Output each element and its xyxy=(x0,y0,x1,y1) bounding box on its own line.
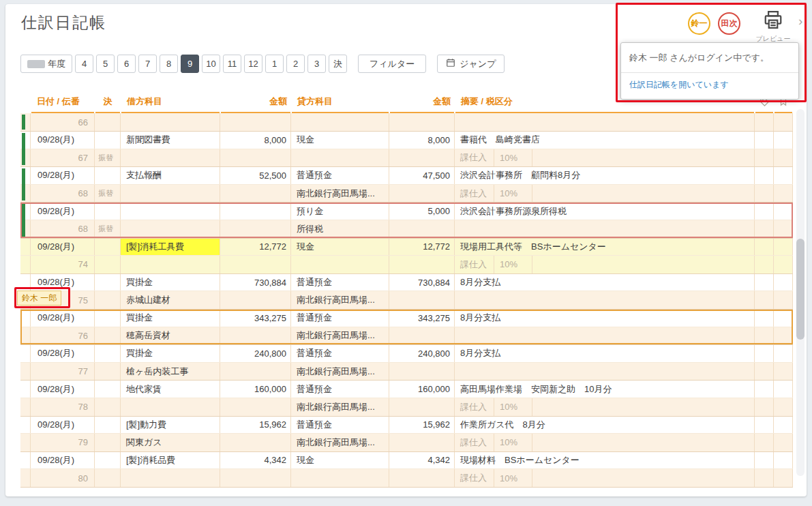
entry-marker-cell xyxy=(20,203,31,220)
journal-entry[interactable]: 09/28(月) [製]動力費 15,962 普通預金 15,962 作業所ガス… xyxy=(20,417,793,452)
credit-sub-account xyxy=(291,256,389,273)
jump-button[interactable]: ジャンプ xyxy=(437,55,505,73)
col-header-credit-account[interactable]: 貸方科目 xyxy=(291,90,389,113)
fiscal-year-button[interactable]: 年度 xyxy=(20,55,72,73)
tax-class: 課仕入 xyxy=(455,149,494,167)
debit-amount: 52,500 xyxy=(220,167,291,184)
month-button-7[interactable]: 7 xyxy=(138,55,157,73)
entry-summary: 渋沢会計事務所源泉所得税 xyxy=(455,203,755,220)
journal-entry[interactable]: 09/28(月) 買掛金 343,275 普通預金 343,275 8月分支払 … xyxy=(20,310,793,345)
credit-account: 普通預金 xyxy=(291,167,389,184)
journal-entry[interactable]: 09/28(月) [製]消耗品費 4,342 現金 4,342 現場材料 BSホ… xyxy=(20,452,793,488)
avatar-user-2[interactable]: 田次 xyxy=(718,12,740,35)
col-header-settle[interactable]: 決 xyxy=(95,90,121,113)
entry-summary: 現場用工具代等 BSホームセンター xyxy=(455,239,755,256)
tax-class: 課仕入 xyxy=(455,185,494,203)
entry-date: 09/28(月) xyxy=(31,239,95,256)
month-button-9[interactable]: 9 xyxy=(181,55,199,73)
credit-sub-account: 南北銀行高田馬場... xyxy=(291,327,389,345)
month-button-4[interactable]: 4 xyxy=(75,55,93,73)
entry-number: 77 xyxy=(31,363,95,381)
month-button-11[interactable]: 11 xyxy=(223,55,241,73)
chevron-right-icon[interactable]: › xyxy=(798,14,802,29)
credit-amount: 4,342 xyxy=(389,452,455,469)
entry-summary: 現場材料 BSホームセンター xyxy=(455,452,755,469)
entry-number: 68 xyxy=(31,220,95,238)
month-button-5[interactable]: 5 xyxy=(96,55,115,73)
col-header-debit-account[interactable]: 借方科目 xyxy=(121,90,220,113)
credit-sub-account: 南北銀行高田馬場... xyxy=(291,434,389,451)
journal-entry[interactable]: 09/28(月) 預り金 5,000 渋沢会計事務所源泉所得税 68 振替 所得… xyxy=(20,203,793,238)
col-header-debit-amount[interactable]: 金額 xyxy=(220,90,291,113)
credit-amount: 343,275 xyxy=(389,310,455,327)
concurrent-editor-badge: 鈴木 一郎 xyxy=(17,291,61,306)
entry-marker-cell xyxy=(20,132,31,149)
col-header-credit-amount[interactable]: 金額 xyxy=(389,90,455,113)
header-lead-cell xyxy=(20,90,31,113)
entry-marker-cell xyxy=(20,452,31,469)
journal-entry[interactable]: 09/28(月) 地代家賃 160,000 普通預金 160,000 高田馬場作… xyxy=(20,381,793,416)
entry-date: 09/28(月) xyxy=(31,132,95,149)
journal-entry[interactable]: 09/28(月) 買掛金 730,884 普通預金 730,884 8月分支払 … xyxy=(20,274,793,310)
open-journal-link[interactable]: 仕訳日記帳を開いています xyxy=(621,73,798,99)
month-button-10[interactable]: 10 xyxy=(202,55,220,73)
tax-class xyxy=(455,363,494,381)
credit-amount: 47,500 xyxy=(389,167,455,184)
tax-class xyxy=(455,291,494,309)
credit-account: 普通預金 xyxy=(291,310,389,327)
tax-rate: 10% xyxy=(494,434,532,451)
journal-entry[interactable]: 09/28(月) 買掛金 240,800 普通預金 240,800 8月分支払 … xyxy=(20,345,793,381)
tax-class: 課仕入 xyxy=(455,398,494,416)
entry-number: 79 xyxy=(31,434,95,451)
credit-sub-account: 南北銀行高田馬場... xyxy=(291,398,389,416)
credit-sub-account xyxy=(291,149,389,167)
credit-amount: 8,000 xyxy=(389,132,455,149)
month-button-6[interactable]: 6 xyxy=(117,55,136,73)
entry-settle-type: 振替 xyxy=(98,224,113,234)
vertical-scrollbar[interactable] xyxy=(796,109,805,476)
tax-class: 課仕入 xyxy=(455,256,494,273)
credit-sub-account: 南北銀行高田馬場... xyxy=(291,291,389,309)
entry-summary: 8月分支払 xyxy=(455,345,755,362)
journal-entry[interactable]: 09/28(月) 支払報酬 52,500 普通預金 47,500 渋沢会計事務所… xyxy=(20,167,793,203)
avatar-user-1[interactable]: 鈴一 xyxy=(688,12,710,35)
credit-sub-account xyxy=(291,469,389,487)
credit-amount: 5,000 xyxy=(389,203,455,220)
debit-amount: 730,884 xyxy=(220,274,291,291)
debit-amount xyxy=(220,203,291,220)
month-button-1[interactable]: 1 xyxy=(265,55,284,73)
debit-account: [製]消耗品費 xyxy=(121,452,220,469)
filter-button[interactable]: フィルター xyxy=(358,55,426,73)
debit-amount: 15,962 xyxy=(220,417,291,434)
debit-account xyxy=(121,203,220,220)
credit-sub-account: 南北銀行高田馬場... xyxy=(291,363,389,381)
month-button-12[interactable]: 12 xyxy=(244,55,262,73)
journal-entry[interactable]: 09/28(月) [製]消耗工具費 12,772 現金 12,772 現場用工具… xyxy=(20,239,793,274)
entry-marker-cell xyxy=(20,167,31,184)
month-button-3[interactable]: 3 xyxy=(307,55,326,73)
month-button-決[interactable]: 決 xyxy=(329,55,347,73)
col-header-date[interactable]: 日付 / 伝番 xyxy=(31,90,95,113)
journal-entry[interactable]: 09/28(月) 新聞図書費 8,000 現金 8,000 書籍代 島崎党書店 … xyxy=(20,132,793,167)
entry-number: 74 xyxy=(31,256,95,273)
month-button-2[interactable]: 2 xyxy=(286,55,305,73)
credit-account: 現金 xyxy=(291,132,389,149)
debit-amount: 12,772 xyxy=(220,239,291,256)
credit-account: 現金 xyxy=(291,452,389,469)
tax-class xyxy=(455,220,494,238)
entry-summary: 高田馬場作業場 安岡新之助 10月分 xyxy=(455,381,755,398)
main-card: 仕訳日記帳 鈴一 田次 プレビュー › 鈴木 一郎 さんがログイン中です。 仕訳… xyxy=(5,4,807,496)
redacted-year xyxy=(27,60,45,68)
print-preview-button[interactable] xyxy=(760,10,787,33)
entry-settle-type: 振替 xyxy=(98,153,113,163)
entry-summary: 渋沢会計事務所 顧問料8月分 xyxy=(455,167,755,184)
scrollbar-thumb[interactable] xyxy=(796,239,805,340)
tax-rate: 10% xyxy=(494,256,532,273)
partial-row[interactable]: 66 xyxy=(20,113,793,132)
debit-sub-account xyxy=(121,256,220,273)
tax-class xyxy=(455,327,494,345)
month-button-8[interactable]: 8 xyxy=(160,55,178,73)
tax-class: 課仕入 xyxy=(455,434,494,451)
toolbar: 年度 456789101112123決 フィルター ジャンプ xyxy=(20,55,507,73)
debit-sub-account xyxy=(121,185,220,203)
